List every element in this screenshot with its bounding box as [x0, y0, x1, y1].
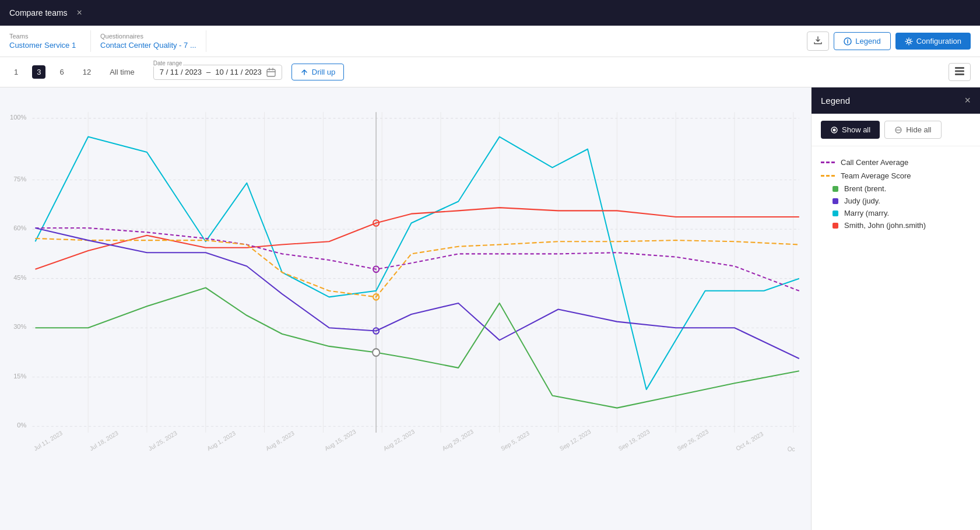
- date-range-input[interactable]: Date range 7 / 11 / 2023 – 10 / 11 / 202…: [153, 65, 282, 80]
- hide-all-label: Hide all: [906, 125, 931, 134]
- svg-text:75%: 75%: [13, 175, 26, 182]
- team-avg-color: [821, 175, 835, 177]
- svg-text:45%: 45%: [13, 274, 26, 281]
- configuration-button-label: Configuration: [916, 37, 961, 45]
- top-bar-title: Compare teams: [9, 8, 68, 17]
- svg-point-53: [373, 349, 380, 356]
- svg-text:60%: 60%: [13, 224, 26, 231]
- svg-text:Oc: Oc: [788, 445, 795, 452]
- svg-text:30%: 30%: [13, 323, 26, 330]
- legend-button-label: Legend: [855, 37, 880, 45]
- teams-filter[interactable]: Teams Customer Service 1: [9, 30, 91, 52]
- svg-rect-5: [955, 73, 964, 75]
- header-buttons: Legend Configuration: [807, 31, 971, 51]
- brent-label: Brent (brent.: [844, 184, 886, 193]
- judy-color: [833, 198, 838, 204]
- call-center-avg-color: [821, 162, 835, 163]
- controls-bar: 1 3 6 12 All time Date range 7 / 11 / 20…: [0, 57, 980, 87]
- period-3-button[interactable]: 3: [32, 65, 45, 79]
- brent-color: [833, 186, 838, 192]
- svg-rect-3: [955, 67, 964, 69]
- legend-items: Call Center Average Team Average Score B…: [812, 146, 980, 241]
- date-to: 10 / 11 / 2023: [215, 68, 262, 76]
- teams-filter-value: Customer Service 1: [9, 41, 81, 50]
- legend-close-button[interactable]: ×: [964, 94, 971, 107]
- period-12-button[interactable]: 12: [78, 65, 96, 79]
- svg-rect-2: [267, 69, 275, 76]
- date-separator: –: [206, 68, 210, 76]
- show-all-label: Show all: [842, 125, 870, 134]
- configuration-button[interactable]: Configuration: [895, 33, 971, 50]
- teams-filter-label: Teams: [9, 33, 81, 40]
- svg-text:0%: 0%: [17, 422, 26, 429]
- chart-svg: 100% 75% 60% 45% 30% 15% 0%: [0, 87, 811, 530]
- export-button[interactable]: [807, 31, 829, 51]
- legend-panel: Legend × Show all Hide all: [811, 87, 980, 530]
- questionnaires-filter-value: Contact Center Quality - 7 ...: [100, 41, 196, 50]
- period-alltime-button[interactable]: All time: [105, 65, 139, 79]
- legend-item-call-center-avg: Call Center Average: [821, 156, 971, 169]
- legend-sub-items: Brent (brent. Judy (judy. Marry (marry. …: [833, 182, 971, 231]
- legend-item-team-avg: Team Average Score: [821, 169, 971, 182]
- period-1-button[interactable]: 1: [9, 65, 23, 79]
- top-bar: Compare teams ×: [0, 0, 980, 26]
- svg-point-55: [833, 128, 836, 131]
- show-all-button[interactable]: Show all: [821, 121, 880, 139]
- drill-up-label: Drill up: [312, 68, 335, 76]
- legend-item-marry: Marry (marry.: [833, 207, 971, 219]
- legend-header: Legend ×: [812, 87, 980, 114]
- john-label: Smith, John (john.smith): [844, 221, 926, 230]
- marry-label: Marry (marry.: [844, 209, 889, 217]
- svg-text:100%: 100%: [10, 114, 26, 121]
- questionnaires-filter-label: Questionnaires: [100, 33, 196, 40]
- svg-text:15%: 15%: [13, 373, 26, 380]
- date-range-label: Date range: [152, 60, 183, 66]
- legend-item-judy: Judy (judy.: [833, 195, 971, 207]
- judy-label: Judy (judy.: [844, 196, 880, 205]
- svg-rect-4: [955, 71, 964, 72]
- filter-bar: Teams Customer Service 1 Questionnaires …: [0, 26, 980, 57]
- top-bar-close-icon[interactable]: ×: [77, 8, 82, 18]
- team-avg-label: Team Average Score: [841, 171, 911, 180]
- call-center-avg-label: Call Center Average: [841, 158, 908, 167]
- list-view-button[interactable]: [949, 63, 971, 81]
- legend-item-john: Smith, John (john.smith): [833, 219, 971, 231]
- period-6-button[interactable]: 6: [55, 65, 68, 79]
- hide-all-button[interactable]: Hide all: [884, 121, 941, 139]
- date-from: 7 / 11 / 2023: [160, 68, 202, 76]
- legend-item-brent: Brent (brent.: [833, 182, 971, 195]
- svg-rect-6: [0, 87, 811, 530]
- legend-button[interactable]: Legend: [834, 32, 890, 50]
- chart-area: 100% 75% 60% 45% 30% 15% 0%: [0, 87, 811, 530]
- questionnaires-filter[interactable]: Questionnaires Contact Center Quality - …: [91, 30, 206, 52]
- main-content: 100% 75% 60% 45% 30% 15% 0%: [0, 87, 980, 530]
- john-color: [833, 223, 838, 229]
- drill-up-button[interactable]: Drill up: [291, 64, 344, 80]
- marry-color: [833, 210, 838, 216]
- legend-actions: Show all Hide all: [812, 114, 980, 146]
- legend-title: Legend: [821, 96, 850, 106]
- date-range-wrapper: Date range 7 / 11 / 2023 – 10 / 11 / 202…: [149, 65, 282, 80]
- svg-point-1: [907, 40, 910, 43]
